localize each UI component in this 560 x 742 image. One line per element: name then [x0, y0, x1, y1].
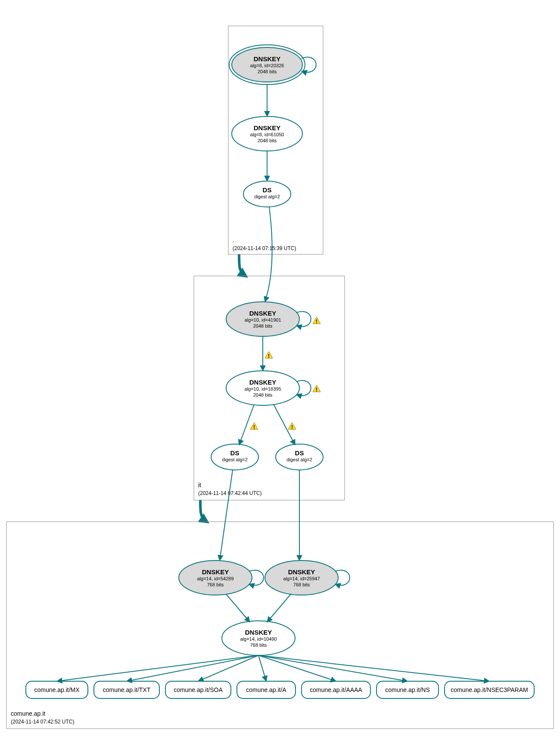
node-root-ksk-title: DNSKEY	[254, 55, 281, 63]
node-it-ksk-title: DNSKEY	[249, 310, 277, 317]
node-leaf-ksk-1[interactable]: DNSKEY alg=14, id=54289 768 bits	[179, 560, 252, 595]
node-it-ksk[interactable]: DNSKEY alg=10, id=41901 2048 bits	[226, 302, 299, 336]
edge-zone-root-to-it	[239, 254, 246, 276]
node-it-ds2-title: DS	[295, 449, 304, 457]
warning-icon: !	[313, 385, 320, 393]
warning-icon: !	[265, 351, 273, 359]
node-leaf-ksk2-line1: alg=14, id=25947	[283, 576, 320, 581]
node-root-zsk-line2: 2048 bits	[258, 138, 277, 143]
node-root-ds-title: DS	[263, 186, 272, 194]
zone-root-timestamp: (2024-11-14 07:15:39 UTC)	[233, 245, 296, 251]
edge-zsk-to-rrset	[258, 655, 489, 681]
zone-root-label: .	[233, 237, 234, 244]
edge-leaf-ksk2-to-zsk	[267, 594, 291, 622]
rrset-label: comune.ap.it/MX	[34, 686, 80, 693]
rrset-label: comune.ap.it/NSEC3PARAM	[451, 686, 528, 693]
node-leaf-ksk1-line1: alg=14, id=54289	[197, 576, 233, 581]
node-root-ksk-line1: alg=8, id=20326	[250, 63, 284, 68]
rrset-label: comune.ap.it/AAAA	[310, 686, 362, 693]
node-it-zsk-line1: alg=10, id=18395	[244, 386, 281, 391]
node-leaf-ksk2-title: DNSKEY	[288, 568, 315, 576]
svg-text:!: !	[253, 424, 255, 430]
node-leaf-zsk-title: DNSKEY	[245, 629, 272, 636]
rrset-label: comune.ap.it/SOA	[174, 686, 223, 693]
node-it-zsk-title: DNSKEY	[249, 379, 277, 386]
edge-leaf-ksk1-to-zsk	[226, 594, 250, 622]
edge-zsk-to-rrset	[258, 655, 408, 681]
zone-it-label: it	[198, 482, 201, 488]
node-leaf-ksk-2[interactable]: DNSKEY alg=14, id=25947 768 bits	[265, 560, 338, 595]
node-root-zsk[interactable]: DNSKEY alg=8, id=61050 2048 bits	[232, 116, 302, 151]
node-root-ds[interactable]: DS digest alg=2	[243, 181, 291, 207]
svg-text:!: !	[316, 387, 317, 393]
node-it-ksk-line2: 2048 bits	[253, 323, 273, 329]
node-it-zsk[interactable]: DNSKEY alg=10, id=18395 2048 bits	[226, 371, 299, 405]
node-it-zsk-line2: 2048 bits	[253, 392, 273, 398]
node-leaf-ksk1-title: DNSKEY	[202, 568, 229, 576]
edge-it-zsk-to-ds1	[239, 404, 254, 445]
node-it-ds-2[interactable]: DS digest alg=2	[276, 444, 323, 470]
svg-text:!: !	[316, 319, 317, 325]
node-leaf-ksk1-line2: 768 bits	[207, 582, 224, 587]
edge-zsk-to-rrset	[258, 655, 336, 681]
zone-leaf-label: comune.ap.it	[11, 710, 45, 717]
node-leaf-zsk-line2: 768 bits	[250, 642, 267, 648]
edge-zsk-to-rrset	[127, 655, 258, 681]
node-it-ds1-line1: digest alg=2	[222, 457, 248, 462]
edge-zone-it-to-leaf	[200, 500, 207, 522]
node-root-ksk[interactable]: DNSKEY alg=8, id=20326 2048 bits	[229, 45, 305, 85]
svg-text:!: !	[291, 424, 293, 430]
svg-text:!: !	[268, 353, 270, 359]
node-it-ksk-line1: alg=10, id=41901	[244, 317, 281, 322]
rrset-label: comune.ap.it/NS	[385, 686, 430, 693]
node-root-zsk-line1: alg=8, id=61050	[250, 132, 284, 137]
rrset-label: comune.ap.it/A	[246, 686, 286, 693]
node-leaf-ksk2-line2: 768 bits	[293, 582, 310, 587]
node-it-ds-1[interactable]: DS digest alg=2	[211, 444, 258, 470]
rrset-label: comune.ap.it/TXT	[103, 686, 151, 693]
node-it-ds1-title: DS	[230, 449, 240, 457]
edge-zsk-to-rrset	[258, 655, 266, 681]
node-root-zsk-title: DNSKEY	[254, 124, 281, 131]
edge-it-ds1-to-leaf-ksk1	[220, 470, 233, 560]
node-leaf-zsk-line1: alg=14, id=10490	[240, 636, 277, 642]
warning-icon: !	[313, 317, 320, 325]
node-it-ds2-line1: digest alg=2	[286, 457, 312, 462]
node-leaf-zsk[interactable]: DNSKEY alg=14, id=10490 768 bits	[222, 621, 295, 655]
node-root-ksk-line2: 2048 bits	[258, 69, 277, 74]
warning-icon: !	[250, 423, 258, 430]
node-root-ds-line1: digest alg=2	[254, 194, 280, 199]
zone-leaf-timestamp: (2024-11-14 07:42:52 UTC)	[11, 719, 74, 725]
warning-icon: !	[288, 423, 296, 430]
